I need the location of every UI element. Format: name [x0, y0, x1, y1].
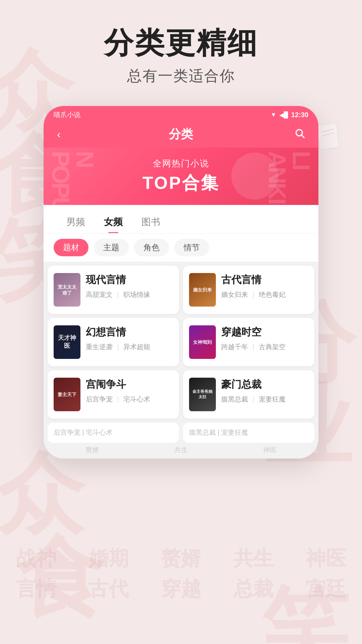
category-info-ancient: 古代言情 嫡女归来 | 绝色毒妃: [221, 273, 308, 299]
bwm-text: 赘婿: [85, 445, 99, 454]
category-name: 幻想言情: [86, 325, 173, 339]
category-card-ancient-romance[interactable]: 嫡女归来 古代言情 嫡女归来 | 绝色毒妃: [183, 266, 314, 314]
cover-time-travel: 女神驾到: [189, 325, 216, 359]
bottom-char-row: 言情古代穿越总裁宫廷: [0, 574, 362, 604]
filter-character[interactable]: 角色: [134, 239, 169, 256]
category-grid: 宠太太太难了 现代言情 高甜宠文 | 职场情缘 嫡女归来: [44, 262, 318, 423]
banner-title: TOP合集: [142, 171, 220, 195]
cover-text: 妻主天下: [58, 391, 76, 397]
category-card-palace[interactable]: 妻主天下 宫闱争斗 后宫争宠 | 宅斗心术: [48, 370, 179, 419]
category-tags: 重生逆袭 | 异术超能: [86, 342, 173, 352]
category-tags: 跨越千年 | 古典架空: [221, 342, 308, 352]
search-icon[interactable]: [294, 128, 305, 141]
cover-ancient-romance: 嫡女归来: [189, 273, 216, 307]
nav-bar: ‹ 分类: [44, 123, 318, 148]
main-content: 分类更精细 总有一类适合你 喵爪小说 ▼ ◀▉ 12:30 ‹ 分类: [0, 0, 362, 459]
cover-text: 天才神医: [56, 334, 78, 350]
cover-text: 金主爸爸她太狂: [191, 389, 214, 399]
peek-row-1: 后宫争宠 | 宅斗心术 腹黑总裁 | 宠妻狂魔: [44, 423, 318, 443]
watermark-char: 笑: [261, 570, 349, 644]
tab-male[interactable]: 男频: [57, 212, 95, 233]
bwm-text: 神医: [263, 445, 277, 454]
cover-text: 嫡女归来: [193, 287, 212, 293]
filter-theme[interactable]: 主题: [94, 239, 129, 256]
status-time: 12:30: [291, 111, 308, 119]
category-card-ceo[interactable]: 金主爸爸她太狂 豪门总裁 腹黑总裁 | 宠妻狂魔: [183, 370, 314, 419]
wifi-icon: ▼: [270, 111, 277, 118]
svg-line-9: [302, 135, 304, 138]
category-card-fantasy[interactable]: 天才神医 幻想言情 重生逆袭 | 异术超能: [48, 318, 179, 366]
page-headline: 分类更精细: [104, 27, 258, 59]
cover-fantasy: 天才神医: [54, 325, 80, 359]
category-name: 古代言情: [221, 273, 308, 287]
peek-text: 后宫争宠 | 宅斗心术: [54, 428, 113, 437]
peek-card-right: 腹黑总裁 | 宠妻狂魔: [183, 423, 314, 443]
category-card-time-travel[interactable]: 女神驾到 穿越时空 跨越千年 | 古典架空: [183, 318, 314, 366]
category-name: 宫闱争斗: [86, 378, 173, 391]
category-info-modern: 现代言情 高甜宠文 | 职场情缘: [86, 273, 173, 299]
banner-text: 全网热门小说 TOP合集: [142, 158, 220, 195]
phone-mockup: 喵爪小说 ▼ ◀▉ 12:30 ‹ 分类 POPULAR N ANKING LI: [44, 106, 318, 459]
tabs-row: 男频 女频 图书: [44, 205, 318, 233]
category-name: 现代言情: [86, 273, 173, 287]
bottom-char-row: 战神婚期赘婿共生神医: [0, 543, 362, 574]
cover-ceo: 金主爸爸她太狂: [189, 378, 216, 411]
filter-plot[interactable]: 情节: [174, 239, 209, 256]
category-name: 豪门总裁: [221, 378, 308, 391]
watermark-char: 食: [17, 520, 104, 637]
cover-palace: 妻主天下: [54, 378, 80, 411]
peek-card-left: 后宫争宠 | 宅斗心术: [48, 423, 179, 443]
category-info-palace: 宫闱争斗 后宫争宠 | 宅斗心术: [86, 378, 173, 404]
tab-female[interactable]: 女频: [95, 212, 132, 233]
bwm-text: 共生: [174, 445, 188, 454]
category-tags: 腹黑总裁 | 宠妻狂魔: [221, 395, 308, 404]
banner-watermark-left: POPULAR N: [49, 151, 97, 205]
filter-row: 题材 主题 角色 情节: [44, 233, 318, 262]
signal-icon: ◀▉: [279, 111, 289, 119]
nav-title: 分类: [169, 126, 193, 143]
bg-chars-bottom: 战神婚期赘婿共生神医 言情古代穿越总裁宫廷: [0, 543, 362, 644]
cover-modern-romance: 宠太太太难了: [54, 273, 80, 307]
filter-topic[interactable]: 题材: [54, 239, 88, 256]
app-name: 喵爪小说: [54, 110, 80, 119]
page-subheadline: 总有一类适合你: [127, 66, 235, 86]
back-button[interactable]: ‹: [57, 128, 61, 141]
banner-circle-decoration: [231, 153, 278, 200]
banner[interactable]: POPULAR N ANKING LI 全网热门小说 TOP合集: [44, 148, 318, 205]
category-tags: 嫡女归来 | 绝色毒妃: [221, 290, 308, 299]
category-tags: 高甜宠文 | 职场情缘: [86, 290, 173, 299]
peek-text: 腹黑总裁 | 宠妻狂魔: [189, 428, 248, 437]
status-bar: 喵爪小说 ▼ ◀▉ 12:30: [44, 106, 318, 123]
category-tags: 后宫争宠 | 宅斗心术: [86, 395, 173, 404]
cover-text: 宠太太太难了: [56, 284, 78, 296]
category-info-ceo: 豪门总裁 腹黑总裁 | 宠妻狂魔: [221, 378, 308, 404]
bottom-watermarks: 赘婿 共生 神医: [44, 443, 318, 459]
category-info-fantasy: 幻想言情 重生逆袭 | 异术超能: [86, 325, 173, 352]
category-info-travel: 穿越时空 跨越千年 | 古典架空: [221, 325, 308, 352]
tab-books[interactable]: 图书: [132, 212, 170, 233]
category-name: 穿越时空: [221, 325, 308, 339]
cover-text: 女神驾到: [193, 339, 212, 345]
banner-subtitle: 全网热门小说: [142, 158, 220, 169]
status-icons: ▼ ◀▉ 12:30: [270, 111, 308, 119]
category-card-modern-romance[interactable]: 宠太太太难了 现代言情 高甜宠文 | 职场情缘: [48, 266, 179, 314]
